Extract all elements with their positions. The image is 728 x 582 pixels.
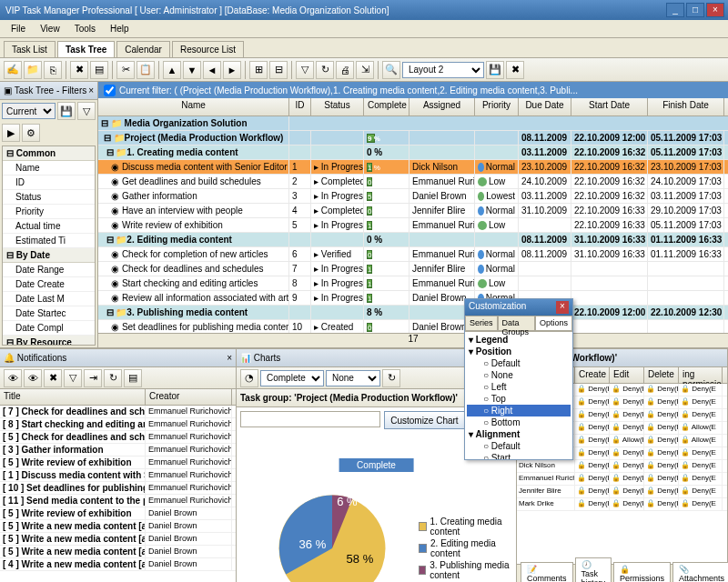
grid-col-header[interactable]: Complete [364,98,410,115]
customize-options[interactable]: ▾ Legend▾ Position○ Default○ None○ Left○… [465,332,572,459]
refresh-icon[interactable]: ↻ [316,61,334,79]
bottom-tab[interactable]: 📝 Comments [521,562,573,583]
chart-refresh-icon[interactable]: ↻ [382,369,400,387]
maximize-button[interactable]: □ [686,3,704,17]
notif-eye-icon[interactable]: 👁 [4,369,22,387]
down-icon[interactable]: ▼ [183,61,201,79]
notif-row[interactable]: [ 4 ] Write a new media content [article… [0,558,236,571]
perms-col[interactable]: Create [575,367,610,383]
hscroll-indicator[interactable]: 17 [98,333,728,347]
table-row[interactable]: ◉ Discuss media content with Senior Edit… [98,160,728,175]
table-row[interactable]: ⊟ 📁 Project (Media Production Workflow)9… [98,131,728,146]
notif-refresh-icon[interactable]: ↻ [104,369,122,387]
notif-row[interactable]: [ 1 ] Discuss media content with Senior … [0,469,236,482]
notif-row[interactable]: [ 3 ] Gather informationEmmanuel Ruricho… [0,444,236,457]
notif-row[interactable]: [ 5 ] Write review of exhibitionDaniel B… [0,507,236,520]
notif-nav-icon[interactable]: ⇥ [84,369,102,387]
notif-grid[interactable]: [ 7 ] Check for deadlines and schedulesE… [0,406,236,582]
filter-item[interactable]: Estimated Ti [3,234,95,248]
filter-apply-icon[interactable]: ▶ [2,124,20,142]
grid-col-header[interactable]: Assigned [410,98,475,115]
cust-tab-options[interactable]: Options [535,316,572,331]
delete-icon[interactable]: ✖ [70,61,88,79]
minimize-button[interactable]: _ [666,3,684,17]
table-row[interactable]: ⊟ 📁 3. Publishing media content8 %22.10.… [98,306,728,320]
table-row[interactable]: ⊟ 📁 1. Creating media content0 %03.11.20… [98,146,728,160]
customize-option[interactable]: ○ Top [467,393,571,405]
table-row[interactable]: ◉ Gather information3▸ In Progress5 %Dan… [98,189,728,204]
filter-item[interactable]: Date Create [3,277,95,292]
table-row[interactable]: ⊟ 📁 2. Editing media content0 %08.11.200… [98,233,728,247]
collapse-icon[interactable]: ⊟ [269,61,288,79]
perms-row[interactable]: Mark Drike🔒 Deny(E🔒 Deny(E🔒 Deny(E🔒 Deny… [517,498,727,511]
notif-row[interactable]: [ 11 ] Send media content to the printer… [0,495,236,507]
menu-help[interactable]: Help [103,22,136,35]
perms-row[interactable]: Dick Nilson🔒 Deny(E🔒 Deny(E🔒 Deny(E🔒 Den… [517,460,727,473]
export-icon[interactable]: ⇲ [356,61,374,79]
new-icon[interactable]: ✍ [4,61,22,79]
grid-col-header[interactable]: Priority [475,98,519,115]
filter-tree[interactable]: ⊟ CommonNameIDStatusPriorityActual timeE… [2,146,96,346]
bottom-tab[interactable]: 🔒 Permissions [613,562,671,583]
filter-group[interactable]: ⊟ By Date [3,248,95,263]
panel-close-icon[interactable]: × [88,85,94,95]
notif-close-icon[interactable]: × [227,353,232,363]
perms-col[interactable]: Edit [610,367,644,383]
table-row[interactable]: ⊟ 📁 Media Organization Solution [98,116,728,131]
customize-option[interactable]: ○ Left [467,381,571,393]
notif-row[interactable]: [ 5 ] Write a new media content [article… [0,520,236,533]
layout-del-icon[interactable]: ✖ [506,61,524,79]
filter-item[interactable]: Actual time [3,219,95,234]
notif-cols-icon[interactable]: ▤ [124,369,142,387]
tab-tasklist[interactable]: Task List [4,41,56,57]
filter-opts-icon[interactable]: ⚙ [22,124,40,142]
perms-col[interactable]: ing permissio [679,367,723,383]
grid-col-header[interactable]: Name [98,98,289,115]
table-row[interactable]: ◉ Check for deadlines and schedules7▸ In… [98,262,728,276]
notif-col-title[interactable]: Title [0,389,146,405]
filter-icon[interactable]: ▽ [296,61,314,79]
customize-option[interactable]: ○ Start [467,452,571,459]
filter-item[interactable]: Date Range [3,263,95,277]
grid-col-header[interactable]: Finish Date [648,98,724,115]
filter-item[interactable]: Status [3,190,95,205]
notif-del-icon[interactable]: ✖ [44,369,62,387]
customize-chart-button[interactable]: Customize Chart [384,411,464,429]
chart-title-input[interactable] [240,411,380,427]
paste-icon[interactable]: 📋 [136,61,155,79]
notif-filter-icon[interactable]: ▽ [64,369,82,387]
table-row[interactable]: ◉ Check for completion of new articles6▸… [98,247,728,262]
print-icon[interactable]: 🖨 [336,61,354,79]
filter-item[interactable]: Date Compl [3,321,95,336]
table-row[interactable]: ◉ Review all information associated with… [98,291,728,306]
filter-enable-checkbox[interactable] [104,85,116,96]
filter-item[interactable]: Date Last M [3,292,95,306]
customize-close-icon[interactable]: × [556,301,569,314]
table-row[interactable]: ◉ Get deadlines and build schedules2▸ Co… [98,175,728,189]
props-icon[interactable]: ▤ [90,61,108,79]
tab-resourcelist[interactable]: Resource List [172,41,244,57]
filter-group[interactable]: ⊟ Common [3,146,95,161]
filter-clear-icon[interactable]: ▽ [77,102,96,120]
tab-tasktree[interactable]: Task Tree [57,41,115,57]
filter-item[interactable]: Priority [3,205,95,219]
folder-icon[interactable]: 📁 [24,61,42,79]
customize-option[interactable]: ○ None [467,369,571,381]
customize-option[interactable]: ○ Default [467,357,571,369]
menu-tools[interactable]: Tools [67,22,103,35]
notif-col-creator[interactable]: Creator [146,389,232,405]
notif-row[interactable]: [ 5 ] Write review of exhibitionEmmanuel… [0,457,236,469]
cut-icon[interactable]: ✂ [116,61,135,79]
perms-col[interactable]: Delete [644,367,679,383]
layout-select[interactable]: Layout 2 [402,62,484,78]
filter-preset-select[interactable]: Current [2,103,56,119]
bottom-tab[interactable]: 🕗 Task history [575,557,612,583]
notif-row[interactable]: [ 8 ] Start checking and editing article… [0,418,236,431]
chart-filter-select[interactable]: None [326,370,380,386]
notif-row[interactable]: [ 5 ] Check for deadlines and schedulesE… [0,431,236,444]
table-row[interactable]: ◉ Have an interview with people4▸ Comple… [98,204,728,218]
notif-eye2-icon[interactable]: 👁 [24,369,42,387]
left-icon[interactable]: ◄ [203,61,221,79]
notif-row[interactable]: [ 7 ] Check for deadlines and schedulesE… [0,406,236,418]
grid-col-header[interactable]: Due Date [519,98,571,115]
